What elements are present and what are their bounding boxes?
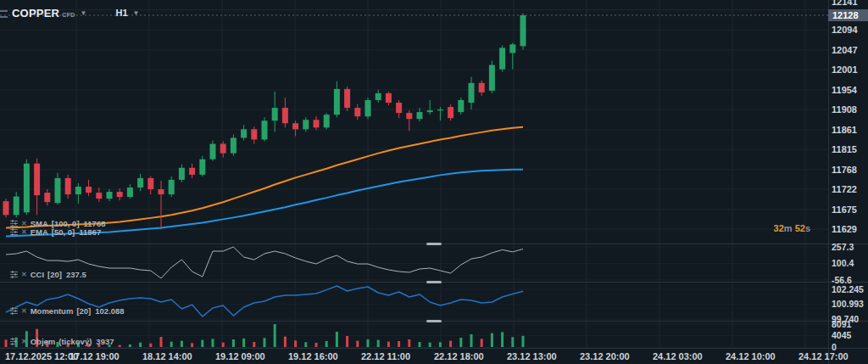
time-axis-label: 18.12 14:00: [142, 351, 192, 361]
indicator-settings-icon[interactable]: [10, 220, 18, 227]
indicator-axis-label: 0: [832, 343, 867, 352]
indicator-settings-icon[interactable]: [10, 271, 18, 278]
indicator-name: Momentum: [31, 306, 74, 316]
indicator-remove-icon[interactable]: ✕: [21, 338, 27, 345]
indicator-name: CCI: [31, 270, 44, 279]
price-axis-label-clipped: 12141: [832, 0, 858, 7]
indicator-value: 11867: [79, 227, 101, 237]
time-axis-label: 23.12 13:00: [507, 351, 557, 361]
indicator-label-ema: ✕ EMA [50, 0] 11867: [10, 227, 101, 237]
indicator-remove-icon[interactable]: ✕: [21, 307, 27, 315]
price-axis-label: 12047: [832, 45, 867, 55]
indicator-axis-label: -56.6: [832, 276, 867, 285]
price-axis-label: 12094: [832, 25, 867, 35]
time-axis-label: 22.12 18:00: [434, 351, 484, 361]
indicator-value: 237.5: [66, 270, 86, 279]
time-axis-label: 24.12 03:00: [653, 351, 703, 361]
indicator-settings-icon[interactable]: [10, 338, 18, 345]
price-axis-label: 11908: [832, 104, 867, 115]
indicator-axis-label: 102.245: [832, 285, 867, 294]
indicator-remove-icon[interactable]: ✕: [21, 228, 27, 236]
indicator-axis-label: 100.993: [832, 300, 867, 309]
symbol-name: COPPER: [12, 7, 59, 20]
instrument-type-label: CFD: [62, 11, 75, 19]
indicator-label-momentum: ✕ Momentum [20] 102.088: [10, 306, 125, 316]
time-axis-label: 19.12 16:00: [288, 351, 338, 361]
timeframe-value: H1: [115, 8, 127, 18]
indicator-axis-label: 100.4: [832, 259, 867, 268]
indicator-params: [20]: [76, 306, 91, 316]
indicator-settings-icon[interactable]: [10, 307, 18, 315]
indicator-value: 3937: [96, 337, 114, 346]
time-axis-label: 17.12 19:00: [70, 351, 120, 361]
indicator-settings-icon[interactable]: [10, 228, 18, 236]
price-axis-label: 11675: [832, 204, 867, 215]
indicator-type: (tickový): [58, 337, 92, 346]
time-axis-label: 17.12.2025 12:00: [5, 351, 78, 361]
indicator-params: [20]: [47, 270, 62, 279]
time-axis-label: 24.12 10:00: [726, 351, 776, 361]
indicator-name: EMA: [31, 227, 48, 237]
time-axis-label: 24.12 17:00: [798, 351, 849, 361]
current-price-tag: 12128: [828, 9, 868, 21]
symbol-selector[interactable]: COPPER CFD ▼: [12, 7, 86, 20]
price-axis-label: 11954: [832, 85, 867, 95]
indicator-axis-label: 4045: [832, 331, 867, 340]
price-axis-label: 11815: [832, 144, 867, 154]
price-axis-label: 11722: [832, 184, 867, 194]
countdown-seconds: 52: [795, 223, 805, 233]
countdown-minutes: 32: [774, 223, 784, 233]
price-axis-label: 11861: [832, 125, 867, 135]
indicator-remove-icon[interactable]: ✕: [21, 271, 27, 278]
chevron-down-icon: ▼: [133, 9, 140, 17]
indicator-axis-label: 8091: [832, 320, 867, 329]
price-axis-label: 11768: [832, 165, 867, 175]
indicator-params: [50, 0]: [52, 227, 75, 237]
indicator-name: Objem: [31, 337, 56, 346]
indicator-axis-label: 257.3: [832, 243, 867, 252]
time-axis-label: 22.12 11:00: [361, 351, 410, 361]
indicator-label-volume: ✕ Objem (tickový) 3937: [10, 337, 114, 346]
price-axis-label: 12001: [832, 64, 867, 75]
candle-countdown: 32m 52s: [729, 223, 810, 233]
countdown-minutes-unit: m: [784, 223, 793, 233]
time-axis-label: 23.12 20:00: [580, 351, 630, 361]
countdown-seconds-unit: s: [805, 223, 810, 233]
timeframe-selector[interactable]: H1 ▼: [115, 8, 139, 18]
chart-header: COPPER CFD ▼ H1 ▼: [0, 3, 139, 22]
indicator-value: 102.088: [95, 306, 124, 316]
indicator-label-cci: ✕ CCI [20] 237.5: [10, 270, 86, 279]
chart-canvas[interactable]: [0, 0, 868, 364]
time-axis-label: 19.12 09:00: [215, 351, 265, 361]
indicator-remove-icon[interactable]: ✕: [21, 220, 27, 227]
chevron-down-icon: ▼: [81, 9, 87, 17]
price-axis-label: 11629: [832, 224, 867, 234]
trading-chart-app: COPPER CFD ▼ H1 ▼ ✕ SMA [100, 0] 11768 ✕…: [0, 0, 868, 364]
